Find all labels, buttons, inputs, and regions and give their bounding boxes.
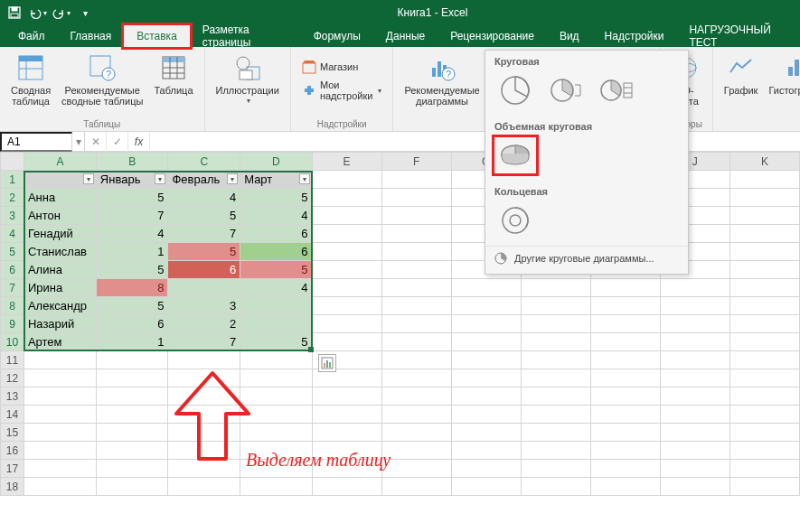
cell[interactable] [729,351,799,369]
cell[interactable] [312,171,381,189]
cell[interactable]: 4 [168,189,240,207]
filter-dropdown-icon[interactable]: ▾ [227,173,238,184]
cell[interactable] [729,171,799,189]
cell[interactable]: 5 [240,333,312,351]
cell[interactable] [660,351,729,369]
cell[interactable] [660,478,729,496]
cell[interactable]: 1 [96,333,168,351]
cell[interactable] [729,478,799,496]
cell[interactable] [729,460,799,478]
row-header[interactable]: 15 [1,424,24,442]
namebox-dropdown[interactable]: ▾ [72,132,85,151]
cell[interactable] [660,315,729,333]
my-addins-button[interactable]: Мои надстройки▾ [298,78,385,103]
cell[interactable] [729,315,799,333]
cell[interactable] [24,406,96,424]
tab-page-layout[interactable]: Разметка страницы [190,25,301,47]
cancel-formula-button[interactable]: ✕ [85,132,107,152]
cell[interactable] [168,442,240,460]
cell[interactable] [451,333,521,351]
cell[interactable] [312,424,381,442]
redo-button[interactable]: ▾ [51,3,72,23]
save-button[interactable] [4,3,25,23]
cell[interactable] [312,442,381,460]
row-header[interactable]: 9 [1,315,24,333]
column-header[interactable]: B [96,153,168,171]
cell[interactable] [240,351,312,369]
column-header[interactable]: A [24,153,96,171]
cell[interactable] [451,387,521,406]
cell[interactable] [168,406,240,424]
cell[interactable] [590,279,660,297]
pie-2d-option[interactable] [494,72,536,108]
cell[interactable] [381,351,451,369]
cell[interactable] [240,315,312,333]
cell[interactable] [381,369,451,387]
cell[interactable]: 5 [168,207,240,225]
cell[interactable] [312,261,381,279]
cell[interactable] [381,315,451,333]
more-pie-charts-button[interactable]: Другие круговые диаграммы... [485,246,688,270]
column-header[interactable]: K [729,153,799,171]
row-header[interactable]: 18 [1,478,24,496]
cell[interactable]: Февраль▾ [168,171,240,189]
cell[interactable] [96,442,168,460]
tab-formulas[interactable]: Формулы [301,25,373,47]
cell[interactable] [240,406,312,424]
cell[interactable] [590,315,660,333]
cell[interactable] [240,442,312,460]
cell[interactable] [381,243,451,261]
cell[interactable] [240,460,312,478]
formula-input[interactable] [150,140,800,144]
cell[interactable] [381,189,451,207]
cell[interactable] [521,279,590,297]
cell[interactable] [451,442,521,460]
cell[interactable] [168,460,240,478]
cell[interactable] [240,424,312,442]
cell[interactable] [729,225,799,243]
cell[interactable] [312,460,381,478]
cell[interactable] [312,333,381,351]
cell[interactable] [312,315,381,333]
cell[interactable] [381,442,451,460]
cell[interactable] [96,406,168,424]
cell[interactable]: Станислав [24,243,96,261]
pie-exploded-option[interactable] [545,72,587,108]
row-header[interactable]: 16 [1,442,24,460]
row-header[interactable]: 4 [1,225,24,243]
cell[interactable]: 7 [168,333,240,351]
cell[interactable] [660,333,729,351]
cell[interactable] [451,406,521,424]
cell[interactable]: 4 [240,279,312,297]
filter-dropdown-icon[interactable]: ▾ [299,173,310,184]
cell[interactable] [24,460,96,478]
cell[interactable] [312,225,381,243]
cell[interactable]: Назарий [24,315,96,333]
cell[interactable] [521,387,590,406]
cell[interactable] [168,387,240,406]
tab-view[interactable]: Вид [547,25,592,47]
cell[interactable]: Алина [24,261,96,279]
cell[interactable] [451,297,521,315]
cell[interactable] [96,424,168,442]
cell[interactable] [729,387,799,406]
enter-formula-button[interactable]: ✓ [107,132,128,152]
pie-of-pie-option[interactable] [596,72,637,108]
table-button[interactable]: Таблица [150,51,196,108]
row-header[interactable]: 14 [1,406,24,424]
cell[interactable]: Генадий [24,225,96,243]
cell[interactable] [729,369,799,387]
cell[interactable] [381,424,451,442]
cell[interactable] [729,297,799,315]
cell[interactable] [729,261,799,279]
name-box[interactable] [0,132,72,152]
row-header[interactable]: 6 [1,261,24,279]
cell[interactable] [381,171,451,189]
cell[interactable] [240,387,312,406]
cell[interactable] [24,351,96,369]
cell[interactable] [312,387,381,406]
cell[interactable] [168,351,240,369]
select-all-cell[interactable] [1,153,24,171]
cell[interactable] [521,406,590,424]
cell[interactable] [521,333,590,351]
